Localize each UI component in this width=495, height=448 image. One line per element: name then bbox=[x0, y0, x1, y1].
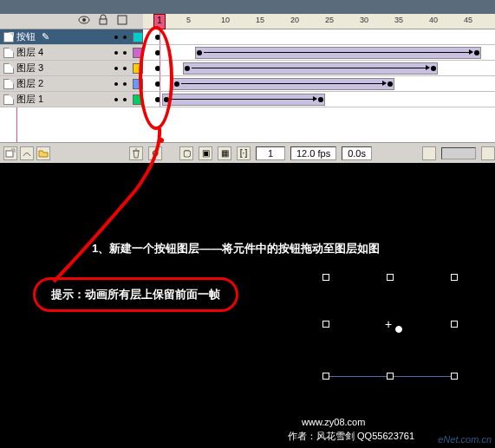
transform-center-icon[interactable] bbox=[395, 326, 402, 333]
keyframe[interactable] bbox=[474, 50, 479, 55]
stage-area[interactable]: 1、新建一个按钮图层——将元件中的按钮拖动至图层如图 提示：动画所有层上保留前面… bbox=[0, 177, 495, 448]
keyframe[interactable] bbox=[388, 81, 393, 87]
onion-skin-outlines-button[interactable]: ▣ bbox=[199, 146, 212, 160]
layers-empty-area[interactable] bbox=[0, 107, 495, 142]
outline-icon[interactable] bbox=[116, 14, 128, 29]
frame-rate-field[interactable]: 12.0 fps bbox=[290, 146, 336, 160]
tip-annotation: 提示：动画所有层上保留前面一帧 bbox=[33, 277, 238, 312]
layer-row[interactable]: 图层 1 bbox=[0, 92, 495, 107]
onion-skin-button[interactable]: ▢ bbox=[179, 146, 193, 160]
layer-color-box[interactable] bbox=[133, 79, 143, 89]
layer-toggles[interactable] bbox=[114, 51, 127, 55]
layer-frames[interactable] bbox=[143, 29, 495, 44]
layer-type-icon bbox=[3, 48, 14, 58]
tween-arrow bbox=[192, 68, 429, 68]
tween-span[interactable] bbox=[173, 78, 394, 90]
layer-info[interactable]: 图层 3 bbox=[0, 61, 143, 75]
layer-row[interactable]: 图层 2 bbox=[0, 76, 495, 92]
playhead[interactable]: 1 bbox=[153, 14, 166, 29]
selection-handle[interactable] bbox=[322, 373, 329, 380]
layer-color-box[interactable] bbox=[133, 94, 143, 105]
selection-handle[interactable] bbox=[451, 373, 458, 380]
layer-info[interactable]: 图层 1 bbox=[0, 92, 143, 107]
tween-span[interactable] bbox=[183, 62, 438, 75]
layer-info[interactable]: 图层 4 bbox=[0, 45, 143, 60]
scroll-track[interactable] bbox=[441, 147, 476, 159]
new-layer-button[interactable] bbox=[3, 146, 17, 160]
tween-arrow bbox=[181, 83, 386, 84]
registration-point-icon: + bbox=[385, 317, 392, 331]
current-frame-field[interactable]: 1 bbox=[256, 146, 285, 160]
layer-frames[interactable] bbox=[143, 92, 495, 107]
layer-toggles[interactable] bbox=[114, 98, 127, 101]
selection-handle[interactable] bbox=[387, 373, 394, 380]
keyframe[interactable] bbox=[431, 66, 436, 71]
modify-onion-markers-button[interactable]: [·] bbox=[237, 146, 251, 160]
instruction-text: 1、新建一个按钮图层——将元件中的按钮拖动至图层如图 bbox=[92, 241, 380, 256]
playhead-number: 1 bbox=[154, 15, 165, 27]
svg-rect-3 bbox=[118, 16, 127, 24]
frame-ruler[interactable]: 1 51015202530354045 bbox=[143, 14, 495, 29]
pencil-icon: ✎ bbox=[42, 31, 49, 42]
center-frame-button[interactable]: ⊕ bbox=[148, 146, 162, 160]
selection-handle[interactable] bbox=[387, 274, 394, 281]
selection-handle[interactable] bbox=[451, 274, 458, 281]
layer-frames[interactable] bbox=[143, 61, 495, 75]
ruler-row: 1 51015202530354045 bbox=[0, 14, 495, 29]
layer-info[interactable]: 按钮 ✎ bbox=[0, 29, 143, 44]
layer-name: 图层 1 bbox=[16, 93, 43, 106]
layer-row[interactable]: 图层 4 bbox=[0, 45, 495, 61]
ruler-tick: 10 bbox=[221, 16, 230, 24]
tween-span[interactable] bbox=[162, 94, 325, 106]
new-motion-guide-button[interactable] bbox=[20, 146, 34, 160]
keyframe[interactable] bbox=[185, 66, 190, 71]
ruler-tick: 45 bbox=[464, 16, 472, 24]
tip-text: 提示：动画所有层上保留前面一帧 bbox=[51, 287, 220, 302]
keyframe[interactable] bbox=[164, 97, 169, 102]
layer-color-box[interactable] bbox=[133, 48, 143, 58]
timeline-panel: 1 51015202530354045 按钮 ✎ 图层 4 图层 3 图层 2 bbox=[0, 0, 495, 163]
delete-layer-button[interactable] bbox=[129, 146, 143, 160]
eye-icon[interactable] bbox=[78, 14, 90, 29]
header-ruler-bg bbox=[143, 0, 495, 14]
header-left bbox=[0, 0, 143, 14]
layer-frames[interactable] bbox=[143, 45, 495, 60]
layer-toggles[interactable] bbox=[114, 36, 127, 39]
layer-color-box[interactable] bbox=[133, 32, 143, 42]
new-folder-button[interactable] bbox=[36, 146, 50, 160]
layer-color-box[interactable] bbox=[133, 63, 143, 74]
credits-url: www.zy08.com bbox=[302, 417, 365, 427]
edit-multiple-frames-button[interactable]: ▦ bbox=[218, 146, 231, 160]
layer-type-icon bbox=[3, 63, 14, 74]
svg-point-1 bbox=[82, 18, 86, 22]
keyframe[interactable] bbox=[318, 97, 323, 102]
layer-row[interactable]: 按钮 ✎ bbox=[0, 29, 495, 45]
tween-span[interactable] bbox=[195, 47, 481, 59]
scroll-left-button[interactable] bbox=[422, 146, 436, 160]
layer-name: 图层 2 bbox=[16, 77, 43, 90]
layer-type-icon bbox=[3, 32, 14, 42]
ruler-tick: 30 bbox=[360, 16, 368, 24]
selection-handle[interactable] bbox=[322, 321, 329, 328]
lock-icon[interactable] bbox=[97, 14, 109, 29]
layer-row[interactable]: 图层 3 bbox=[0, 61, 495, 76]
svg-rect-2 bbox=[100, 19, 107, 24]
layer-toggles[interactable] bbox=[114, 67, 127, 70]
layer-toggles[interactable] bbox=[114, 82, 127, 86]
svg-rect-4 bbox=[6, 151, 13, 157]
layer-frames[interactable] bbox=[143, 76, 495, 91]
layer-name: 按钮 bbox=[16, 30, 36, 43]
tween-arrow bbox=[204, 52, 472, 53]
keyframe[interactable] bbox=[197, 50, 202, 55]
keyframe[interactable] bbox=[174, 81, 179, 87]
scroll-right-button[interactable] bbox=[481, 146, 495, 160]
selection-handle[interactable] bbox=[451, 321, 458, 328]
layer-info[interactable]: 图层 2 bbox=[0, 76, 143, 91]
elapsed-time-field: 0.0s bbox=[342, 146, 372, 160]
layer-type-icon bbox=[3, 79, 14, 89]
selection-handle[interactable] bbox=[322, 274, 329, 281]
timeline-header bbox=[0, 0, 495, 14]
layer-name: 图层 3 bbox=[16, 62, 43, 75]
layer-column-headers bbox=[0, 14, 143, 29]
ruler-tick: 25 bbox=[325, 16, 334, 24]
